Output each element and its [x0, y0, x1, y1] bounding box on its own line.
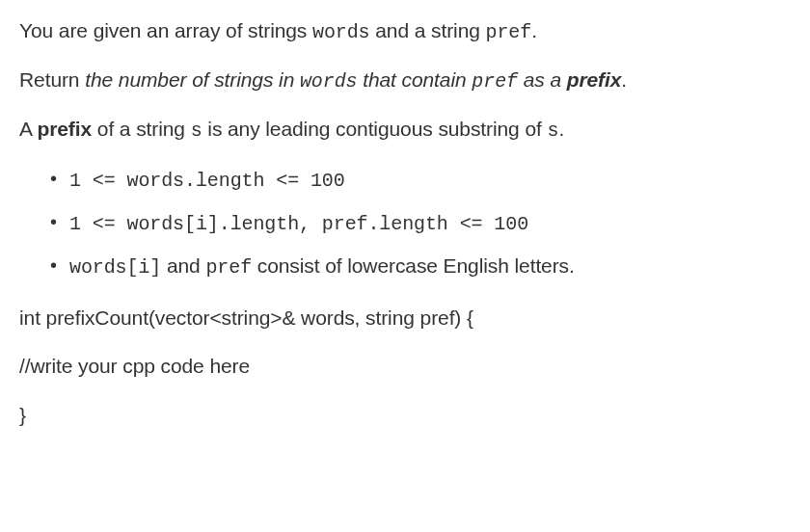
constraint-code: 1 <= words.length <= 100: [69, 170, 345, 192]
function-signature: int prefixCount(vector<string>& words, s…: [19, 305, 791, 332]
code-pref: pref: [472, 70, 518, 93]
text: and: [161, 254, 205, 277]
text: You are given an array of strings: [19, 19, 312, 41]
code-pref: pref: [486, 21, 532, 43]
text-bold-prefix: prefix: [37, 118, 92, 140]
text: .: [531, 19, 537, 41]
constraints-list: 1 <= words.length <= 100 1 <= words[i].l…: [19, 165, 791, 281]
text-italic: that contain: [357, 68, 472, 91]
text: .: [558, 118, 564, 140]
text: and a string: [370, 19, 486, 41]
text-bold-prefix: prefix: [567, 68, 622, 91]
code-words: words: [312, 21, 370, 43]
text: of a string: [92, 118, 191, 140]
text: .: [621, 68, 627, 91]
list-item: words[i] and pref consist of lowercase E…: [69, 252, 791, 281]
paragraph-3: A prefix of a string s is any leading co…: [19, 116, 791, 144]
paragraph-2: Return the number of strings in words th…: [19, 66, 791, 94]
code-words: words: [300, 70, 358, 93]
list-item: 1 <= words[i].length, pref.length <= 100: [69, 208, 791, 238]
code-s: s: [547, 120, 558, 142]
text-italic: as a: [518, 68, 567, 91]
closing-brace: }: [19, 402, 791, 429]
text: is any leading contiguous substring of: [202, 118, 548, 140]
text-italic: the number of strings in: [85, 68, 300, 91]
constraint-code: pref: [205, 256, 252, 279]
constraint-code: words[i]: [69, 256, 161, 279]
text: A: [19, 118, 37, 140]
text: Return: [19, 68, 85, 91]
list-item: 1 <= words.length <= 100: [69, 165, 791, 195]
code-comment: //write your cpp code here: [19, 353, 791, 380]
text: consist of lowercase English letters.: [252, 254, 575, 277]
paragraph-1: You are given an array of strings words …: [19, 17, 791, 45]
constraint-code: 1 <= words[i].length, pref.length <= 100: [69, 213, 528, 235]
code-s: s: [191, 120, 202, 142]
